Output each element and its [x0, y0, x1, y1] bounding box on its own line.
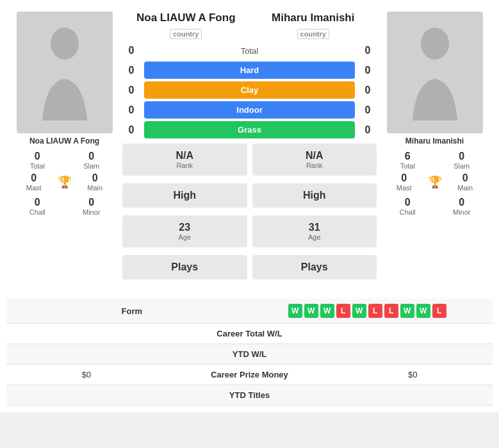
- ytd-wl-row: YTD W/L: [6, 344, 493, 365]
- left-player-name: Noa LIAUW A Fong: [29, 137, 99, 145]
- left-stat-main: 0 Main: [73, 172, 118, 192]
- prize-right-val: $0: [408, 370, 485, 379]
- center-names: Noa LIAUW A Fong country Miharu Imanishi…: [122, 12, 377, 40]
- left-center-name: Noa LIAUW A Fong country: [122, 12, 250, 40]
- career-wl-label: Career Total W/L: [14, 329, 485, 338]
- main-container: Noa LIAUW A Fong 0 Total 0 Slam 0 Mast: [0, 0, 499, 412]
- comparison-layout: Noa LIAUW A Fong 0 Total 0 Slam 0 Mast: [6, 6, 493, 292]
- svg-point-1: [421, 28, 449, 60]
- indoor-row: 0 Indoor 0: [122, 101, 377, 119]
- right-stat-minor: 0 Minor: [436, 197, 488, 216]
- left-country-flag: country: [122, 27, 250, 40]
- left-trophy-row: 0 Mast 🏆 0 Main: [12, 172, 117, 192]
- right-high-box: High: [252, 183, 377, 208]
- prize-left-val: $0: [14, 370, 91, 379]
- bottom-section: Form WWWLWLLWWL Career Total W/L YTD W/L…: [6, 299, 493, 406]
- win-badge: W: [320, 304, 334, 318]
- ytd-titles-row: YTD Titles: [6, 385, 493, 406]
- right-player-name: Miharu Imanishi: [405, 137, 464, 145]
- left-stat-minor: 0 Minor: [66, 197, 118, 216]
- right-center-name: Miharu Imanishi country: [250, 12, 377, 40]
- left-stat-total: 0 Total: [12, 151, 63, 170]
- form-row: Form WWWLWLLWWL: [6, 299, 493, 324]
- left-high-box: High: [122, 183, 247, 208]
- right-age-box: 31 Age: [252, 215, 377, 247]
- ytd-titles-label: YTD Titles: [14, 390, 485, 400]
- age-pair: 23 Age 31 Age: [122, 215, 377, 251]
- loss-badge: L: [336, 304, 350, 318]
- left-stats-bottom: 0 Chall 0 Minor: [12, 197, 117, 216]
- right-avatar-silhouette: [406, 24, 464, 120]
- plays-pair: Plays Plays: [122, 255, 377, 283]
- hard-surface-btn: Hard: [144, 62, 355, 79]
- win-badge: W: [304, 304, 318, 318]
- win-badge: W: [416, 304, 430, 318]
- clay-row: 0 Clay 0: [122, 81, 377, 99]
- right-plays-box: Plays: [252, 255, 377, 279]
- win-badge: W: [352, 304, 366, 318]
- ytd-wl-label: YTD W/L: [14, 349, 485, 359]
- form-label: Form: [14, 306, 250, 316]
- loss-badge: L: [384, 304, 398, 318]
- left-stat-mast: 0 Mast: [12, 172, 56, 192]
- grass-row: 0 Grass 0: [122, 121, 377, 138]
- left-age-box: 23 Age: [122, 215, 247, 247]
- career-wl-row: Career Total W/L: [6, 324, 493, 344]
- left-player-stats: 0 Total 0 Slam: [12, 151, 117, 170]
- left-stat-slam: 0 Slam: [66, 151, 118, 170]
- right-stat-mast: 0 Mast: [382, 172, 427, 192]
- right-rank-box: N/A Rank: [252, 144, 377, 176]
- right-stat-chall: 0 Chall: [382, 197, 434, 216]
- loss-badge: L: [368, 304, 382, 318]
- right-country-flag: country: [250, 27, 377, 40]
- win-badge: W: [288, 304, 302, 318]
- left-trophy-icon: 🏆: [58, 175, 72, 189]
- hard-row: 0 Hard 0: [122, 62, 377, 79]
- career-prize-row: $0 Career Prize Money $0: [6, 365, 493, 385]
- left-player-card: Noa LIAUW A Fong 0 Total 0 Slam 0 Mast: [12, 12, 117, 287]
- grass-surface-btn: Grass: [144, 121, 355, 138]
- career-prize-label: Career Prize Money: [91, 370, 408, 379]
- total-scores-row: 0 Total 0: [122, 45, 377, 56]
- right-stat-main: 0 Main: [443, 172, 488, 192]
- left-plays-box: Plays: [122, 255, 247, 279]
- loss-badge: L: [432, 304, 446, 318]
- surface-rows: 0 Hard 0 0 Clay 0 0: [122, 62, 377, 138]
- right-trophy-row: 0 Mast 🏆 0 Main: [382, 172, 487, 192]
- left-player-avatar: [17, 12, 113, 133]
- left-stat-chall: 0 Chall: [12, 197, 63, 216]
- form-badges: WWWLWLLWWL: [250, 304, 486, 318]
- right-player-card: Miharu Imanishi 6 Total 0 Slam 0 Mast 🏆: [382, 12, 487, 287]
- indoor-surface-btn: Indoor: [144, 101, 355, 119]
- right-stats-bottom: 0 Chall 0 Minor: [382, 197, 487, 216]
- left-rank-box: N/A Rank: [122, 144, 247, 176]
- right-stat-total: 6 Total: [382, 151, 434, 170]
- right-stat-slam: 0 Slam: [436, 151, 488, 170]
- right-player-stats: 6 Total 0 Slam: [382, 151, 487, 170]
- rank-pair: N/A Rank N/A Rank: [122, 144, 377, 179]
- left-avatar-silhouette: [36, 24, 94, 120]
- svg-point-0: [51, 28, 79, 60]
- right-player-avatar: [387, 12, 483, 133]
- center-area: Noa LIAUW A Fong country Miharu Imanishi…: [122, 12, 377, 287]
- win-badge: W: [400, 304, 414, 318]
- right-trophy-icon: 🏆: [428, 175, 442, 189]
- clay-surface-btn: Clay: [144, 81, 355, 99]
- high-pair: High High: [122, 183, 377, 212]
